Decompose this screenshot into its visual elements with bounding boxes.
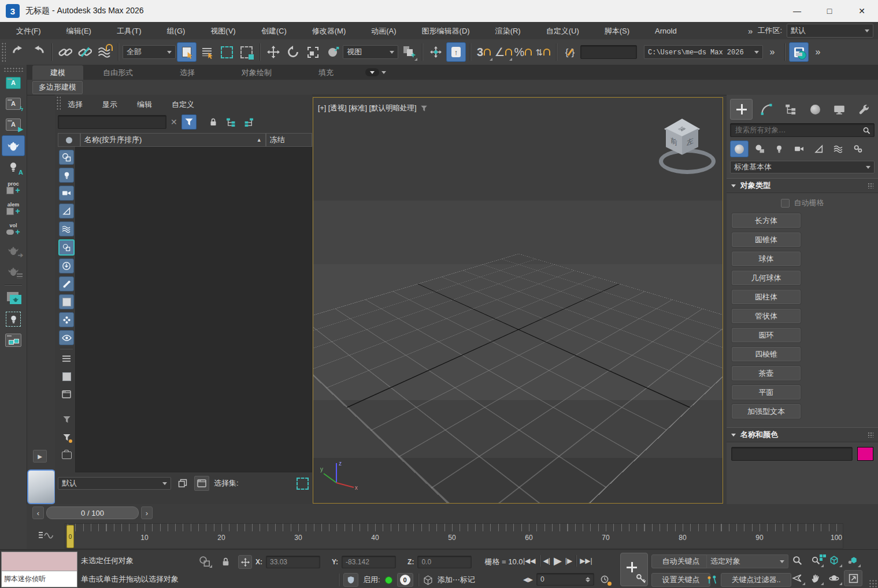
create-textplus-button[interactable]: 加强型文本 [731,404,801,419]
autogrid-checkbox[interactable] [781,199,790,208]
menu-scripting[interactable]: 脚本(S) [592,23,642,39]
menu-graph-editors[interactable]: 图形编辑器(D) [409,23,483,39]
perspective-viewport[interactable]: [+] [透视] [标准] [默认明暗处理] 顶 前 左 z y x [313,97,723,504]
explorer-search-input[interactable] [58,115,166,129]
filter-biped-toggle[interactable] [59,312,74,327]
isolate-selection-button[interactable] [197,554,213,568]
create-tube-button[interactable]: 管状体 [731,308,801,324]
filter-funnel-button[interactable] [59,412,74,427]
filter-cameras-toggle[interactable] [59,186,74,201]
create-torus-button[interactable]: 圆环 [731,327,801,343]
spinner-snap-button[interactable]: ⇅ [534,43,552,61]
previous-frame-button[interactable]: ‹ [32,506,44,519]
key-target-dropdown[interactable]: 选定对象 [706,554,788,568]
object-search-native-input[interactable] [734,125,862,135]
script-run-button[interactable]: A▶ [2,114,24,134]
tab-motion[interactable] [805,99,826,119]
listener-script-field[interactable]: 脚本迷你侦听 [2,571,77,587]
keyboard-override-button[interactable]: ↑ [446,42,466,62]
select-and-rotate-button[interactable] [284,43,302,61]
zoom-all-button[interactable] [807,553,824,568]
auto-key-button[interactable]: 自动关键点 [651,554,710,568]
workspace-dropdown[interactable]: 默认 [787,24,873,38]
ribbon-tab-modeling[interactable]: 建模 [32,65,83,80]
explorer-menu-edit[interactable]: 编辑 [136,99,153,110]
filter-frozen-toggle[interactable] [59,294,74,309]
category-shapes-button[interactable] [751,141,768,157]
listener-macro-field[interactable] [2,552,77,571]
column-header-frozen[interactable]: 冻结 [266,133,312,147]
filter-spacewarps-toggle[interactable] [59,221,74,236]
add-time-tag[interactable]: 添加⋯标记 [438,575,475,585]
clear-search-icon[interactable]: ✕ [171,117,177,127]
column-header-type[interactable] [58,133,80,147]
create-pyramid-button[interactable]: 四棱锥 [731,346,801,362]
menu-file[interactable]: 文件(F) [3,23,54,39]
autobackup-save-button[interactable] [789,42,809,62]
menu-edit[interactable]: 编辑(E) [54,23,104,39]
ribbon-tab-populate[interactable]: 填充 [291,65,361,80]
node-editor-button[interactable] [2,330,24,350]
key-filters-button[interactable]: 关键点过滤器.. [721,573,791,587]
toolbar-overflow-chevron[interactable]: » [764,43,780,61]
category-systems-button[interactable] [849,141,866,157]
menu-arnold[interactable]: Arnold [642,23,690,39]
current-frame-field[interactable]: 0 [536,573,594,586]
filter-geometry-toggle[interactable] [59,150,74,165]
filter-helpers-toggle[interactable] [59,204,74,219]
absolute-mode-toggle[interactable] [238,555,252,569]
set-keys-button[interactable] [620,553,648,586]
select-by-name-button[interactable] [198,43,216,61]
ribbon-tab-selection[interactable]: 选择 [153,65,222,80]
scene-object-list[interactable] [75,147,312,472]
reference-coordinate-dropdown[interactable]: 视图 [343,45,398,59]
go-to-start-button[interactable]: |◀◀ [523,557,536,565]
maxscript-listener-button[interactable]: A [2,73,24,93]
object-name-native-input[interactable] [732,448,859,456]
key-mode-toggle[interactable]: ◀▶ [523,576,533,583]
previous-frame-play-button[interactable]: ◀| [543,557,550,565]
create-box-button[interactable]: 长方体 [731,213,801,228]
material-library-button[interactable] [2,289,24,308]
maxscript-mini-listener[interactable]: 脚本迷你侦听 [1,552,77,587]
column-header-name[interactable]: 名称(按升序排序) ▲ [80,133,266,147]
expand-panel-button[interactable]: ▶ [33,450,47,463]
teapot-list-button[interactable] [2,261,24,281]
tab-utilities[interactable] [853,99,875,119]
select-and-place-button[interactable]: ↗ [323,43,342,61]
filter-hidden-toggle[interactable] [59,330,74,345]
viewport-label[interactable]: [+] [透视] [标准] [默认明暗处理] [318,103,428,113]
render-setup-button[interactable] [2,135,25,156]
material-sample-slot[interactable] [27,469,55,504]
menu-tools[interactable]: 工具(T) [104,23,154,39]
zoom-button[interactable] [788,553,806,568]
menu-views[interactable]: 视图(V) [198,23,248,39]
explorer-menu-select[interactable]: 选择 [66,99,84,110]
menu-group[interactable]: 组(G) [154,23,198,39]
tab-hierarchy[interactable] [780,99,801,119]
scene-security-button[interactable] [343,573,358,587]
named-selection-set-input[interactable] [580,45,637,59]
orbit-button[interactable] [825,571,843,586]
lock-explorer-button[interactable] [206,115,220,129]
object-name-input[interactable] [731,447,853,461]
menu-create[interactable]: 创建(C) [249,23,299,39]
window-resize-grip[interactable] [869,579,877,587]
rollout-object-type[interactable]: 对象类型 [727,178,878,193]
project-folder-dropdown[interactable]: C:\Users\me⋯ds Max 2026 [644,45,763,59]
viewcube-compass-ring[interactable] [659,149,716,174]
tab-display[interactable] [829,99,850,119]
collapse-hierarchy-button[interactable] [242,115,256,129]
set-key-button[interactable]: 设置关键点 [651,573,710,587]
key-filter-icon[interactable] [706,574,718,586]
create-cylinder-button[interactable]: 圆柱体 [731,289,801,305]
percent-snap-button[interactable]: % [514,43,532,61]
create-geosphere-button[interactable]: 几何球体 [731,270,801,286]
undo-button[interactable] [9,43,28,61]
y-coordinate-field[interactable]: -83.142 [342,556,396,568]
zoom-extents-all-button[interactable] [844,553,861,568]
expand-hierarchy-button[interactable] [224,115,238,129]
bind-to-spacewarp-icon[interactable] [95,43,114,61]
create-cone-button[interactable]: 圆锥体 [731,232,801,247]
create-teapot-button[interactable]: 茶壶 [731,365,801,381]
